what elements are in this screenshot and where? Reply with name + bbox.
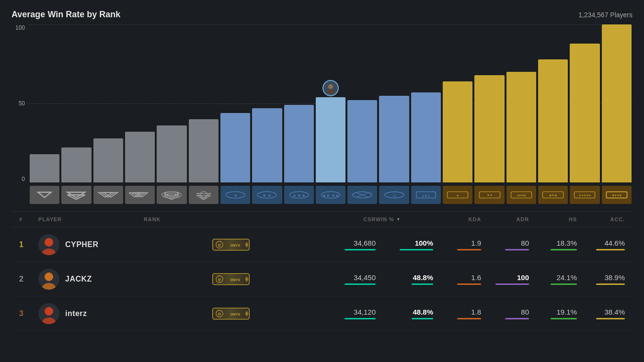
bar-group-1: [61, 24, 91, 182]
adr-bar-1: [495, 283, 529, 285]
kda-val-1: 1.6: [471, 273, 481, 282]
table-row[interactable]: 2 JACKZ ⊛ ONYX 34,450: [12, 262, 632, 296]
svg-text:★: ★: [322, 193, 326, 198]
bar-group-17: [570, 24, 599, 182]
svg-text:ONYX: ONYX: [230, 278, 240, 282]
player-name-1: JACKZ: [65, 275, 92, 283]
main-container: Average Win Rate by Rank 1,234,567 Playe…: [0, 0, 644, 331]
csr-val-1: 34,450: [354, 273, 376, 282]
svg-text:⚔✦⚔: ⚔✦⚔: [422, 194, 430, 198]
rank-num-1: 2: [19, 275, 38, 283]
svg-text:◈✦◈: ◈✦◈: [549, 193, 557, 197]
kda-bar-0: [457, 249, 481, 250]
svg-text:⚔: ⚔: [392, 193, 396, 198]
csr-val-0: 34,680: [354, 239, 376, 247]
rank-icon-2: [93, 186, 123, 204]
svg-text:★: ★: [297, 193, 300, 198]
rank-icon-17: ⊛✦⊛✦⊛: [570, 186, 599, 204]
svg-text:★: ★: [302, 193, 305, 198]
hs-cell-0: 18.3%: [529, 239, 577, 250]
rank-icon-12: ⚔✦⚔: [411, 186, 441, 204]
kda-cell-1: 1.6: [433, 273, 481, 285]
adr-cell-0: 80: [481, 239, 529, 250]
bar-11: [379, 96, 409, 183]
y-axis: 100 50 0: [12, 24, 29, 206]
player-avatar-1: [38, 269, 59, 290]
kda-val-0: 1.9: [471, 239, 481, 247]
rank-icon-5: [189, 186, 218, 204]
svg-point-16: [200, 192, 207, 198]
bar-12: [411, 92, 441, 182]
rank-icon-16: ◈✦◈: [538, 186, 568, 204]
th-hs: HS: [529, 216, 577, 222]
hs-bar-0: [551, 249, 577, 250]
win-cell-2: 48.8%: [376, 308, 433, 319]
bar-13: [443, 81, 472, 182]
bar-5: [189, 119, 218, 182]
svg-text:ONYX: ONYX: [230, 244, 240, 248]
th-win-pct: WIN % ▼: [376, 216, 433, 222]
table-row[interactable]: 1 CYPHER ⊛ ONYX 34,680: [12, 227, 632, 262]
player-cell-1: JACKZ: [38, 269, 144, 290]
bar-7: [252, 108, 282, 182]
table-section: # PLAYER RANK CSR WIN % ▼ KDA ADR HS ACC…: [12, 211, 632, 331]
bar-group-2: [93, 24, 123, 182]
rank-num-2: 3: [19, 309, 38, 318]
rank-badge-2: ⊛ ONYX: [144, 307, 318, 320]
acc-bar-1: [596, 283, 625, 285]
rank-icon-14: ✦✦: [474, 186, 504, 204]
hs-val-1: 24.1%: [556, 273, 577, 282]
acc-val-2: 38.4%: [604, 308, 625, 316]
table-row[interactable]: 3 interz ⊛ ONYX 34,120: [12, 296, 632, 331]
kda-bar-2: [457, 318, 481, 319]
csr-cell-1: 34,450: [318, 273, 376, 285]
rank-icon-11: ⚔: [379, 186, 409, 204]
svg-marker-13: [164, 193, 180, 197]
player-count: 1,234,567 Players: [578, 11, 632, 19]
player-cell-2: interz: [38, 303, 144, 324]
acc-bar-0: [596, 249, 625, 250]
win-val-2: 48.8%: [413, 308, 433, 316]
bar-group-7: [252, 24, 282, 182]
svg-text:★: ★: [292, 193, 296, 198]
bar-1: [61, 147, 91, 182]
svg-text:✦: ✦: [456, 194, 459, 198]
th-csr: CSR: [318, 216, 376, 222]
kda-val-2: 1.8: [471, 308, 481, 316]
csr-val-2: 34,120: [354, 308, 376, 316]
player-avatar-0: [38, 234, 59, 255]
svg-point-53: [45, 238, 53, 247]
svg-text:🜲✦🜲: 🜲✦🜲: [517, 193, 525, 197]
svg-text:⊛: ⊛: [218, 277, 221, 282]
bar-2: [93, 138, 123, 182]
th-num: #: [19, 216, 38, 222]
adr-val-1: 100: [517, 273, 529, 282]
bar-group-15: [506, 24, 536, 182]
adr-cell-1: 100: [481, 273, 529, 285]
svg-point-71: [45, 307, 53, 316]
kda-cell-0: 1.9: [433, 239, 481, 250]
th-acc: ACC.: [577, 216, 625, 222]
table-header: # PLAYER RANK CSR WIN % ▼ KDA ADR HS ACC…: [12, 212, 632, 227]
th-adr: ADR: [481, 216, 529, 222]
th-player: PLAYER: [38, 216, 144, 222]
th-rank: RANK: [144, 216, 318, 222]
svg-text:★: ★: [263, 193, 266, 198]
bar-group-13: [443, 24, 472, 182]
svg-text:⊛: ⊛: [218, 312, 221, 317]
rank-icon-7: ★★: [252, 186, 282, 204]
rank-icon-15: 🜲✦🜲: [506, 186, 536, 204]
rank-icon-10: [347, 186, 377, 204]
player-cell-0: CYPHER: [38, 234, 144, 255]
bar-group-6: [220, 24, 250, 182]
svg-text:★: ★: [268, 193, 271, 198]
adr-val-2: 80: [521, 308, 529, 316]
svg-text:⊛✦⊛✦⊛: ⊛✦⊛✦⊛: [579, 193, 591, 197]
highlighted-avatar: [322, 80, 339, 96]
bar-14: [474, 75, 504, 182]
csr-bar-0: [345, 249, 376, 250]
y-label-100: 100: [15, 24, 25, 31]
bar-group-0: [30, 24, 59, 182]
acc-val-0: 44.6%: [604, 239, 625, 247]
rank-num-0: 1: [19, 240, 38, 249]
